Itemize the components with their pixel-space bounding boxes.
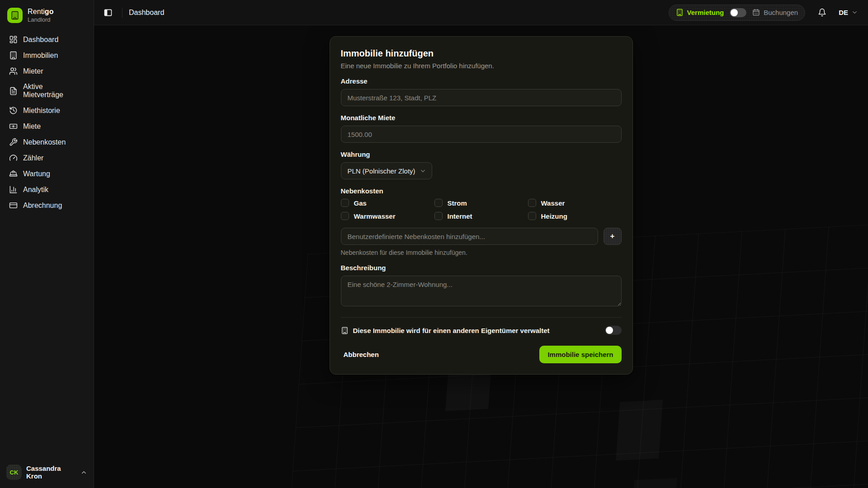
chevron-up-icon <box>80 469 87 476</box>
utility-wasser[interactable]: Wasser <box>528 199 622 207</box>
building-icon <box>341 327 349 334</box>
checkbox-label: Strom <box>448 199 467 207</box>
sidebar-item-dashboard[interactable]: Dashboard <box>5 33 88 47</box>
sidebar-item-zaehler[interactable]: Zähler <box>5 151 88 165</box>
sidebar-nav: Dashboard Immobilien Mieter Aktive Mietv… <box>5 33 88 212</box>
sidebar-item-label: Wartung <box>23 170 50 178</box>
language-selector[interactable]: DE <box>839 9 858 16</box>
mode-buchungen[interactable]: Buchungen <box>752 9 798 16</box>
heizung-checkbox[interactable] <box>528 212 536 220</box>
sidebar-item-label: Nebenkosten <box>23 138 66 146</box>
mode-buchungen-label: Buchungen <box>764 9 798 16</box>
currency-select[interactable]: PLN (Polnischer Zloty) <box>341 162 432 179</box>
checkbox-label: Heizung <box>541 212 567 220</box>
internet-checkbox[interactable] <box>434 212 443 220</box>
layout-dashboard-icon <box>9 35 18 44</box>
sidebar-item-analytik[interactable]: Analytik <box>5 183 88 197</box>
utility-gas[interactable]: Gas <box>341 199 434 207</box>
warmwasser-checkbox[interactable] <box>341 212 349 220</box>
utility-warmwasser[interactable]: Warmwasser <box>341 212 434 220</box>
rent-label: Monatliche Miete <box>341 114 622 122</box>
building-icon <box>9 51 18 60</box>
content-area: Immobilie hinzufügen Eine neue Immobilie… <box>94 25 868 488</box>
brand-text: Rentigo Landlord <box>28 7 54 23</box>
chevron-down-icon <box>851 9 858 16</box>
brand-name: Rentigo <box>28 7 54 16</box>
sidebar-toggle-button[interactable] <box>100 5 116 20</box>
topbar-right: Vermietung Buchungen DE <box>669 5 858 21</box>
checkbox-label: Internet <box>448 212 472 220</box>
utility-internet[interactable]: Internet <box>434 212 528 220</box>
cancel-button[interactable]: Abbrechen <box>341 346 382 363</box>
description-label: Beschreibung <box>341 264 622 272</box>
card-footer: Abbrechen Immobilie speichern <box>341 346 622 363</box>
sidebar-item-label: Immobilien <box>23 52 58 60</box>
chevron-down-icon <box>420 168 426 174</box>
bell-icon <box>818 8 826 17</box>
sidebar-item-label: Aktive Mietverträge <box>23 83 85 99</box>
bar-chart-icon <box>9 185 18 194</box>
add-property-card: Immobilie hinzufügen Eine neue Immobilie… <box>330 36 633 375</box>
sidebar-item-label: Zähler <box>23 154 43 162</box>
sidebar-item-label: Dashboard <box>23 36 58 44</box>
user-name: Cassandra Kron <box>26 465 75 480</box>
sidebar-item-wartung[interactable]: Wartung <box>5 167 88 181</box>
managed-switch-knob <box>606 327 613 334</box>
history-icon <box>9 106 18 115</box>
utilities-label: Nebenkosten <box>341 187 622 195</box>
managed-property-label: Diese Immobilie wird für einen anderen E… <box>353 327 600 334</box>
grid-highlight-cell <box>631 478 677 488</box>
mode-vermietung[interactable]: Vermietung <box>676 9 724 16</box>
avatar: CK <box>6 465 22 480</box>
save-property-button[interactable]: Immobilie speichern <box>539 346 621 363</box>
brand: Rentigo Landlord <box>5 6 88 33</box>
sidebar: Rentigo Landlord Dashboard Immobilien Mi… <box>0 0 94 488</box>
file-text-icon <box>9 87 18 95</box>
utilities-helper-text: Nebenkosten für diese Immobilie hinzufüg… <box>341 249 622 256</box>
checkbox-label: Gas <box>354 199 367 207</box>
sidebar-item-label: Abrechnung <box>23 202 62 210</box>
managed-property-row: Diese Immobilie wird für einen anderen E… <box>341 326 622 335</box>
building-icon <box>676 9 684 16</box>
avatar-initials: CK <box>10 469 19 476</box>
main-area: Dashboard Vermietung Buchungen <box>94 0 868 488</box>
wasser-checkbox[interactable] <box>528 199 536 207</box>
sidebar-item-miethistorie[interactable]: Miethistorie <box>5 103 88 117</box>
gauge-icon <box>9 154 18 162</box>
sidebar-item-label: Analytik <box>23 186 48 194</box>
utilities-grid: Gas Strom Wasser Warmwasser <box>341 199 622 220</box>
add-custom-utility-button[interactable]: + <box>604 228 622 245</box>
mode-switch-knob <box>731 9 738 16</box>
sidebar-item-aktive-mietvertraege[interactable]: Aktive Mietverträge <box>5 80 88 102</box>
mode-switch[interactable] <box>730 8 746 17</box>
address-input[interactable] <box>341 89 622 106</box>
user-menu[interactable]: CK Cassandra Kron <box>5 464 88 481</box>
mode-vermietung-label: Vermietung <box>687 9 724 16</box>
sidebar-item-mieter[interactable]: Mieter <box>5 64 88 78</box>
currency-label: Währung <box>341 150 622 158</box>
banknote-icon <box>9 122 18 131</box>
sidebar-item-miete[interactable]: Miete <box>5 119 88 133</box>
description-textarea[interactable] <box>341 276 622 306</box>
mode-toggle-pill: Vermietung Buchungen <box>669 5 806 21</box>
notifications-button[interactable] <box>814 5 830 20</box>
strom-checkbox[interactable] <box>434 199 443 207</box>
checkbox-label: Warmwasser <box>354 212 396 220</box>
card-divider <box>341 317 622 318</box>
rent-input[interactable] <box>341 126 622 143</box>
topbar-divider <box>122 8 123 18</box>
sidebar-item-label: Miethistorie <box>23 107 60 115</box>
utility-heizung[interactable]: Heizung <box>528 212 622 220</box>
plus-icon: + <box>610 232 615 241</box>
language-code: DE <box>839 9 848 16</box>
sidebar-item-immobilien[interactable]: Immobilien <box>5 48 88 62</box>
utility-strom[interactable]: Strom <box>434 199 528 207</box>
hard-hat-icon <box>9 169 18 178</box>
checkbox-label: Wasser <box>541 199 565 207</box>
custom-utility-input[interactable] <box>341 228 598 245</box>
managed-property-switch[interactable] <box>605 326 622 335</box>
credit-card-icon <box>9 201 18 210</box>
sidebar-item-abrechnung[interactable]: Abrechnung <box>5 198 88 212</box>
sidebar-item-nebenkosten[interactable]: Nebenkosten <box>5 135 88 149</box>
gas-checkbox[interactable] <box>341 199 349 207</box>
